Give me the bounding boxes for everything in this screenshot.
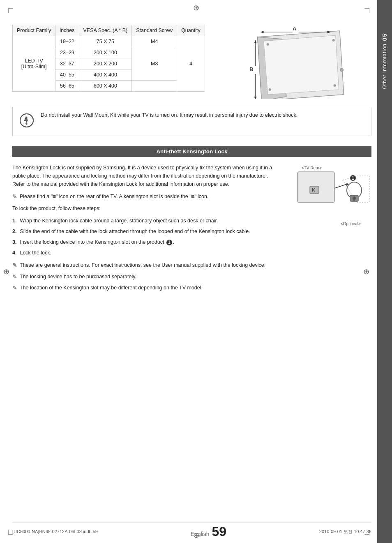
svg-point-17 [340, 68, 343, 72]
warning-icon [19, 113, 34, 131]
note-symbol-2: ✎ [12, 261, 17, 270]
table-row: LED-TV[Ultra-Slim] 19–22 75 X 75 M4 4 [13, 36, 205, 47]
chapter-number: 05 [381, 33, 388, 41]
kensington-diagram: <TV Rear> K [289, 164, 371, 295]
warning-text: Do not install your Wall Mount Kit while… [41, 112, 297, 118]
screw-cell: M4 [132, 36, 177, 47]
svg-point-6 [268, 88, 271, 91]
inches-cell: 19–22 [55, 36, 79, 47]
svg-text:1: 1 [352, 176, 354, 180]
corner-mark-tl [8, 8, 13, 13]
svg-rect-36 [353, 199, 355, 201]
col-header-product-family: Product Family [13, 25, 55, 36]
note-symbol: ✎ [12, 192, 17, 201]
step-num-4: 4. [12, 249, 16, 257]
crosshair-left: ⊕ [3, 267, 9, 276]
step-num-1: 1. [12, 217, 16, 225]
svg-marker-15 [254, 97, 256, 99]
main-content: Product Family inches VESA Spec. (A * B)… [12, 25, 371, 518]
svg-text:A: A [293, 25, 297, 32]
crosshair-top: ⊕ [193, 3, 199, 12]
step-1: 1. Wrap the Kensington lock cable around… [12, 217, 277, 225]
kensington-text: The Kensington Lock is not supplied by S… [12, 164, 277, 295]
crosshair-bottom: ⊕ [193, 531, 199, 540]
col-header-inches: inches [55, 25, 79, 36]
svg-point-5 [333, 84, 336, 87]
step-3: 3. Insert the locking device into the Ke… [12, 238, 277, 246]
vesa-cell: 200 X 100 [79, 47, 132, 58]
step3-circle-icon: 1 [166, 240, 172, 245]
note-symbol-3: ✎ [12, 272, 17, 281]
inches-cell: 56–65 [55, 81, 79, 92]
svg-text:K: K [312, 187, 315, 192]
kensington-note4: ✎ The location of the Kensington slot ma… [12, 284, 277, 292]
svg-text:B: B [249, 66, 253, 72]
col-header-screw: Standard Screw [132, 25, 177, 36]
inches-cell: 23–29 [55, 47, 79, 58]
kensington-note2: ✎ These are general instructions. For ex… [12, 261, 277, 270]
vesa-table-section: Product Family inches VESA Spec. (A * B)… [12, 25, 371, 99]
kensington-note3: ✎ The locking device has to be purchased… [12, 273, 277, 281]
kensington-section-header: Anti-theft Kensington Lock [12, 146, 371, 157]
step-4: 4. Lock the lock. [12, 249, 277, 257]
inches-cell: 32–37 [55, 58, 79, 69]
svg-text:<Optional>: <Optional> [341, 222, 361, 226]
note-symbol-4: ✎ [12, 283, 17, 292]
footer-file-info: [UC8000-NA]BN68-02712A-06L03.indb 59 [12, 529, 98, 534]
step-list: 1. Wrap the Kensington lock cable around… [12, 217, 277, 257]
vesa-cell: 75 X 75 [79, 36, 132, 47]
crosshair-right: ⊕ [363, 267, 369, 276]
vesa-cell: 400 X 400 [79, 69, 132, 81]
kensington-content: The Kensington Lock is not supplied by S… [12, 164, 371, 295]
svg-marker-2 [263, 35, 339, 95]
svg-line-31 [334, 184, 347, 188]
col-header-vesa: VESA Spec. (A * B) [79, 25, 132, 36]
svg-text:<TV Rear>: <TV Rear> [302, 166, 322, 170]
svg-marker-10 [260, 31, 263, 33]
warning-box: Do not install your Wall Mount Kit while… [12, 107, 371, 136]
step-num-2: 2. [12, 227, 16, 236]
svg-point-3 [266, 43, 269, 46]
footer-page-number: 59 [212, 525, 227, 538]
quantity-cell: 4 [177, 36, 205, 92]
vesa-cell: 200 X 200 [79, 58, 132, 69]
col-header-quantity: Quantity [177, 25, 205, 36]
svg-point-4 [332, 39, 334, 42]
inches-cell: 40–55 [55, 69, 79, 81]
product-family-cell: LED-TV[Ultra-Slim] [13, 36, 55, 92]
step-2: 2. Slide the end of the cable with the l… [12, 227, 277, 236]
screw-cell: M8 [132, 47, 177, 81]
corner-mark-tr [364, 8, 369, 13]
kensington-intro: The Kensington Lock is not supplied by S… [12, 164, 277, 188]
vesa-table: Product Family inches VESA Spec. (A * B)… [12, 25, 205, 92]
footer-date: 2010-09-01 오전 10:47:36 [319, 529, 371, 535]
svg-marker-14 [254, 40, 256, 43]
chapter-title: Other Information [382, 44, 387, 89]
page-footer: [UC8000-NA]BN68-02712A-06L03.indb 59 Eng… [12, 522, 371, 538]
kensington-note1: ✎ Please find a "⊞" icon on the rear of … [12, 192, 277, 201]
chapter-sidebar: 05 Other Information [377, 0, 392, 543]
screw-cell [132, 81, 177, 92]
vesa-cell: 600 X 400 [79, 81, 132, 92]
step-num-3: 3. [12, 238, 16, 246]
to-lock-label: To lock the product, follow these steps: [12, 204, 277, 213]
tv-diagram: A B [217, 25, 371, 99]
